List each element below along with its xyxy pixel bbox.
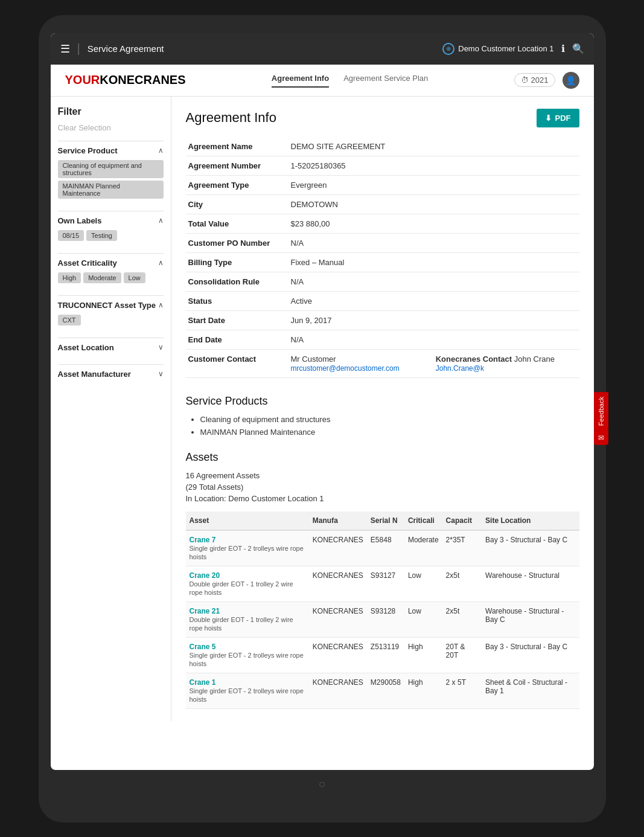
logo: YOURKONECRANES	[65, 73, 186, 87]
agreement-info-title: Agreement Info	[186, 110, 276, 126]
asset-link[interactable]: Crane 20	[190, 571, 305, 580]
chevron-asset-criticality: ∧	[158, 258, 164, 267]
asset-link[interactable]: Crane 1	[190, 678, 305, 687]
col-manufacturer: Manufa	[309, 512, 367, 530]
field-label: Total Value	[186, 214, 289, 233]
col-criticality: Criticali	[404, 512, 442, 530]
criticality-cell: Low	[404, 566, 442, 601]
table-row: Total Value $23 880,00	[186, 214, 579, 233]
menu-icon[interactable]: ☰	[60, 42, 70, 56]
asset-cell: Crane 7 Single girder EOT - 2 trolleys w…	[186, 530, 309, 566]
pdf-button[interactable]: ⬇ PDF	[537, 109, 579, 127]
table-row: Agreement Type Evergreen	[186, 175, 579, 194]
sidebar: Filter Clear Selection Service Product ∧…	[51, 97, 171, 721]
tag-cleaning[interactable]: Cleaning of equipment and structures	[58, 160, 164, 178]
bottom-indicator: ○	[51, 770, 594, 798]
location-text: Demo Customer Location 1	[458, 44, 553, 53]
field-label: Customer PO Number	[186, 233, 289, 252]
filter-section-header-asset-manufacturer[interactable]: Asset Manufacturer ∨	[58, 365, 164, 383]
filter-section-header-asset-criticality[interactable]: Asset Criticality ∧	[58, 254, 164, 272]
asset-cell: Crane 1 Single girder EOT - 2 trolleys w…	[186, 673, 309, 708]
clear-selection[interactable]: Clear Selection	[58, 123, 164, 132]
field-value: Fixed – Manual	[289, 252, 579, 272]
asset-cell: Crane 5 Single girder EOT - 2 trolleys w…	[186, 637, 309, 673]
filter-section-title-own-labels: Own Labels	[58, 216, 102, 225]
field-label: End Date	[186, 330, 289, 349]
col-asset: Asset	[186, 512, 309, 530]
col-capacity: Capacit	[442, 512, 482, 530]
content-area: Agreement Info ⬇ PDF Agreement Name DEMO…	[171, 97, 594, 721]
download-icon: ⬇	[545, 114, 552, 123]
tag-0815[interactable]: 08/15	[58, 230, 84, 241]
filter-section-title-asset-manufacturer: Asset Manufacturer	[58, 370, 131, 379]
criticality-cell: Low	[404, 601, 442, 637]
table-header-row: Asset Manufa Serial N Criticali Capacit …	[186, 512, 579, 530]
filter-section-header-truconnect[interactable]: TRUCONNECT Asset Type ∧	[58, 296, 164, 315]
chevron-asset-manufacturer: ∨	[158, 370, 164, 378]
asset-desc: Double girder EOT - 1 trolley 2 wire rop…	[190, 580, 293, 596]
capacity-cell: 2*35T	[442, 530, 482, 566]
tag-cxt[interactable]: CXT	[58, 315, 81, 326]
clock-icon: ⏱	[521, 75, 529, 85]
filter-tags-truconnect: CXT	[58, 315, 164, 330]
field-label: Consolidation Rule	[186, 272, 289, 291]
year-badge[interactable]: ⏱ 2021	[514, 73, 555, 87]
user-icon[interactable]: 👤	[563, 72, 579, 89]
location-badge[interactable]: ⊕ Demo Customer Location 1	[442, 43, 553, 55]
tag-moderate[interactable]: Moderate	[83, 272, 121, 283]
capacity-cell: 2x5t	[442, 566, 482, 601]
criticality-cell: High	[404, 637, 442, 673]
field-label: Start Date	[186, 310, 289, 330]
field-label: Customer Contact	[186, 349, 289, 377]
sub-header: YOURKONECRANES Agreement Info Agreement …	[51, 65, 594, 97]
asset-link[interactable]: Crane 21	[190, 607, 305, 615]
table-row: Crane 21 Double girder EOT - 1 trolley 2…	[186, 601, 579, 637]
konecranes-contact-name: John Crane	[514, 354, 555, 364]
filter-section-header-service-product[interactable]: Service Product ∧	[58, 141, 164, 160]
list-item: MAINMAN Planned Maintenance	[200, 428, 579, 437]
tab-agreement-info[interactable]: Agreement Info	[272, 74, 329, 86]
table-row: City DEMOTOWN	[186, 194, 579, 214]
tag-low[interactable]: Low	[124, 272, 145, 283]
filter-section-title-truconnect: TRUCONNECT Asset Type	[58, 301, 156, 310]
filter-tags-own-labels: 08/15 Testing	[58, 230, 164, 246]
table-row: Start Date Jun 9, 2017	[186, 310, 579, 330]
asset-desc: Double girder EOT - 1 trolley 2 wire rop…	[190, 616, 293, 632]
asset-link[interactable]: Crane 5	[190, 643, 305, 651]
filter-section-truconnect: TRUCONNECT Asset Type ∧ CXT	[58, 295, 164, 330]
search-icon[interactable]: 🔍	[572, 43, 584, 54]
site-location-cell: Bay 3 - Structural - Bay C	[482, 637, 579, 673]
service-products-title: Service Products	[186, 395, 579, 408]
capacity-cell: 20T & 20T	[442, 637, 482, 673]
info-icon[interactable]: ℹ	[561, 43, 565, 54]
tag-mainman[interactable]: MAINMAN Planned Maintenance	[58, 181, 164, 199]
tag-high[interactable]: High	[58, 272, 81, 283]
customer-email[interactable]: mrcustomer@democustomer.com	[291, 364, 400, 373]
table-row: Agreement Name DEMO SITE AGREEMENT	[186, 137, 579, 156]
assets-total-count: (29 Total Assets)	[186, 483, 579, 492]
field-label: Status	[186, 291, 289, 310]
filter-section-asset-location: Asset Location ∨	[58, 338, 164, 357]
table-row: Crane 5 Single girder EOT - 2 trolleys w…	[186, 637, 579, 673]
filter-section-header-own-labels[interactable]: Own Labels ∧	[58, 211, 164, 230]
konecranes-contact-label: Konecranes Contact	[436, 354, 512, 364]
filter-section-asset-manufacturer: Asset Manufacturer ∨	[58, 364, 164, 383]
asset-link[interactable]: Crane 7	[190, 536, 305, 544]
field-value: Jun 9, 2017	[289, 310, 579, 330]
field-value: N/A	[289, 330, 579, 349]
filter-section-service-product: Service Product ∧ Cleaning of equipment …	[58, 141, 164, 204]
table-row: Crane 7 Single girder EOT - 2 trolleys w…	[186, 530, 579, 566]
konecranes-email[interactable]: John.Crane@k	[436, 364, 484, 373]
criticality-cell: Moderate	[404, 530, 442, 566]
table-row: Status Active	[186, 291, 579, 310]
field-label: City	[186, 194, 289, 214]
top-nav: ☰ | Service Agreement ⊕ Demo Customer Lo…	[51, 33, 594, 65]
assets-agreement-count: 16 Agreement Assets	[186, 471, 579, 480]
nav-title: Service Agreement	[88, 43, 164, 54]
field-value: $23 880,00	[289, 214, 579, 233]
tag-testing[interactable]: Testing	[86, 230, 117, 241]
table-row: Crane 1 Single girder EOT - 2 trolleys w…	[186, 673, 579, 708]
capacity-cell: 2 x 5T	[442, 673, 482, 708]
tab-service-plan[interactable]: Agreement Service Plan	[343, 74, 428, 86]
filter-section-header-asset-location[interactable]: Asset Location ∨	[58, 338, 164, 357]
